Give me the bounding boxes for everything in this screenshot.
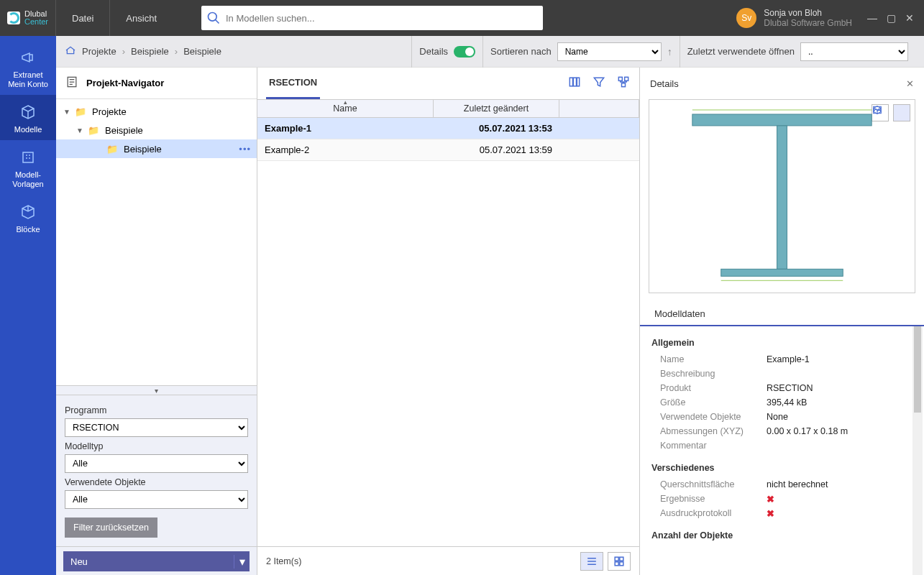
rail-extranet[interactable]: Extranet Mein Konto (0, 40, 56, 95)
rail-models[interactable]: Modelle (0, 95, 56, 140)
table-row[interactable]: Example-1 05.07.2021 13:53 (257, 118, 639, 139)
view-grid-icon[interactable] (608, 552, 631, 571)
blocks-icon (1, 202, 55, 222)
chevron-right-icon: › (175, 46, 178, 57)
sort-select[interactable]: Name (557, 42, 662, 61)
tool-filter-icon[interactable] (592, 75, 606, 92)
rail-blocks[interactable]: Blöcke (0, 195, 56, 240)
details-scrollbar[interactable] (912, 326, 923, 575)
svg-line-1 (216, 20, 219, 24)
crumb-1[interactable]: Beispiele (131, 46, 169, 57)
filter-program-label: Programm (65, 405, 248, 415)
filter-modeltype-select[interactable]: Alle (65, 454, 248, 473)
project-tree: ▼ 📁 Projekte ▼ 📁 Beispiele 📁 Beispiele •… (56, 99, 257, 385)
crumb-2[interactable]: Beispiele (183, 46, 221, 57)
filter-panel: Programm RSECTION Modelltyp Alle Verwend… (56, 395, 257, 546)
section-misc: Verschiedenes (651, 463, 912, 473)
svg-rect-6 (577, 78, 579, 86)
details-tabbar: Modelldaten (640, 302, 924, 326)
avatar: Sv (736, 8, 756, 28)
svg-rect-5 (573, 78, 576, 86)
list-footer: 2 Item(s) (257, 546, 639, 575)
cube-icon (1, 102, 55, 122)
table-row[interactable]: Example-2 05.07.2021 13:59 (257, 139, 639, 161)
user-block[interactable]: Sv Sonja von Bloh Dlubal Software GmbH (736, 8, 858, 28)
model-list-pane: RSECTION ▴ Name Zuletzt geändert (257, 68, 640, 575)
breadcrumb: Projekte › Beispiele › Beispiele (65, 45, 221, 58)
svg-rect-4 (570, 78, 572, 86)
navigator-title: Projekt-Navigator (86, 78, 164, 88)
list-tab-active[interactable]: RSECTION (266, 68, 320, 99)
tree-root[interactable]: ▼ 📁 Projekte (56, 102, 257, 121)
details-label: Details (419, 46, 448, 57)
svg-rect-9 (622, 83, 626, 87)
sort-label: Sortieren nach (490, 46, 552, 57)
item-count: 2 Item(s) (266, 556, 301, 566)
user-name: Sonja von Bloh (764, 8, 852, 18)
details-properties: Allgemein NameExample-1 Beschreibung Pro… (640, 326, 924, 575)
recent-select[interactable]: .. (800, 42, 908, 61)
menu-file[interactable]: Datei (56, 0, 110, 36)
tree-level1[interactable]: ▼ 📁 Beispiele (56, 121, 257, 139)
content-toolbar: Projekte › Beispiele › Beispiele Details… (56, 36, 924, 68)
svg-rect-7 (618, 77, 622, 80)
menu-view[interactable]: Ansicht (110, 0, 173, 36)
tool-hierarchy-icon[interactable] (616, 75, 631, 92)
grid-header: ▴ Name Zuletzt geändert (257, 99, 639, 118)
project-navigator-pane: Projekt-Navigator ▼ 📁 Projekte ▼ 📁 Beisp… (56, 68, 257, 575)
filter-collapse-handle[interactable]: ▾ (56, 385, 257, 395)
chevron-right-icon: › (122, 46, 125, 57)
new-button[interactable]: Neu ▾ (63, 551, 250, 571)
window-minimize[interactable]: — (866, 12, 878, 24)
svg-rect-10 (615, 557, 618, 561)
recent-label: Zuletzt verwendete öffnen (687, 46, 795, 57)
list-header: RSECTION (257, 68, 639, 99)
col-header-modified[interactable]: Zuletzt geändert (434, 100, 559, 117)
folder-icon: 📁 (88, 125, 99, 136)
app-header: Dlubal Center Datei Ansicht Sv Sonja von… (0, 0, 924, 36)
logo-icon (7, 12, 20, 24)
navigator-icon (65, 75, 79, 91)
svg-rect-2 (23, 152, 33, 162)
global-search[interactable] (201, 6, 543, 30)
window-close[interactable]: ✕ (904, 12, 915, 24)
section-preview-icon (649, 100, 915, 293)
section-general: Allgemein (651, 338, 912, 348)
filter-objects-select[interactable]: Alle (65, 490, 248, 509)
col-header-name[interactable]: ▴ Name (257, 100, 434, 117)
megaphone-icon (1, 47, 55, 68)
filter-reset-button[interactable]: Filter zurücksetzen (65, 518, 157, 538)
rail-templates[interactable]: Modell- Vorlagen (0, 140, 56, 195)
details-pane: Details ✕ (640, 68, 924, 575)
sort-direction-icon[interactable]: ↑ (667, 46, 672, 58)
details-close-icon[interactable]: ✕ (906, 78, 914, 89)
view-list-icon[interactable] (580, 552, 603, 571)
svg-rect-16 (777, 126, 787, 269)
details-tab-modeldata[interactable]: Modelldaten (650, 303, 710, 325)
sort-asc-icon: ▴ (344, 98, 347, 106)
filter-objects-label: Verwendete Objekte (65, 477, 248, 487)
filter-modeltype-label: Modelltyp (65, 441, 248, 451)
caret-down-icon: ▼ (62, 108, 72, 116)
crumb-0[interactable]: Projekte (82, 46, 116, 57)
recent-group: Zuletzt verwendete öffnen .. (680, 36, 915, 68)
details-toggle-group: Details (411, 36, 482, 68)
search-input[interactable] (226, 7, 543, 29)
tree-item-more-icon[interactable]: ••• (239, 144, 251, 155)
svg-rect-17 (721, 269, 843, 276)
folder-icon: 📁 (106, 144, 118, 155)
tree-level2-selected[interactable]: 📁 Beispiele ••• (56, 139, 257, 158)
new-button-dropdown-icon[interactable]: ▾ (234, 555, 250, 569)
details-toggle[interactable] (454, 46, 475, 58)
window-maximize[interactable]: ▢ (885, 12, 897, 24)
search-icon (201, 11, 226, 25)
user-company: Dlubal Software GmbH (764, 18, 852, 28)
grid-rows: Example-1 05.07.2021 13:53 Example-2 05.… (257, 118, 639, 546)
folder-icon: 📁 (75, 106, 86, 117)
app-logo: Dlubal Center (0, 0, 56, 36)
filter-program-select[interactable]: RSECTION (65, 418, 248, 437)
tool-columns-icon[interactable] (567, 75, 582, 92)
new-bar: Neu ▾ (56, 546, 257, 575)
details-header: Details ✕ (640, 68, 924, 99)
section-objects: Anzahl der Objekte (651, 530, 912, 540)
